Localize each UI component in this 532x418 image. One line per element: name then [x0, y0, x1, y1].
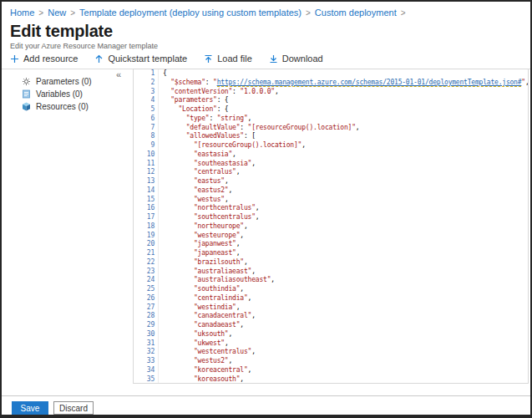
code-text: {: [159, 69, 167, 79]
json-punctuation: ,: [236, 303, 241, 311]
toolbar-button-label: Download: [282, 54, 323, 64]
line-number: 30: [134, 330, 159, 339]
json-string: "centralindia": [194, 294, 248, 302]
code-line: 8 "allowedValues": [: [134, 132, 528, 141]
code-text: "$schema": "https://schema.management.az…: [159, 79, 529, 88]
json-string: "defaultValue": [186, 124, 241, 131]
code-line: 3 "contentVersion": "1.0.0.0",: [134, 88, 528, 97]
code-text: "southindia",: [159, 285, 244, 294]
code-text: "canadacentral",: [159, 312, 256, 321]
breadcrumb-link[interactable]: New: [48, 8, 66, 18]
code-text: "brazilsouth",: [159, 258, 248, 268]
toolbar: Add resourceQuickstart templateLoad file…: [10, 51, 323, 66]
code-line: 7 "defaultValue": "[resourceGroup().loca…: [134, 124, 528, 133]
code-text: "contentVersion": "1.0.0.0",: [159, 88, 279, 97]
json-punctuation: ,: [525, 79, 529, 86]
line-number: 5: [134, 105, 159, 115]
toolbar-button-download[interactable]: Download: [269, 54, 323, 64]
gear-icon: [22, 77, 31, 86]
json-string: "westus2": [194, 357, 229, 364]
line-number: 11: [134, 160, 159, 169]
json-string: "australiasoutheast": [194, 276, 271, 283]
code-line: 22 "brazilsouth",: [134, 258, 528, 268]
line-number: 29: [134, 321, 159, 330]
sidebar-item-resources-0[interactable]: Resources (0): [2, 100, 127, 113]
code-text: "centralindia",: [159, 294, 251, 303]
code-text: "westcentralus",: [159, 348, 256, 357]
code-line: 34 "koreacentral",: [134, 366, 528, 375]
json-punctuation: ,: [301, 141, 306, 149]
code-line: 5 "Location": {: [134, 105, 528, 115]
json-string: "Location": [178, 105, 216, 113]
json-string: "[resourceGroup().location]": [194, 141, 301, 149]
toolbar-button-add-resource[interactable]: Add resource: [10, 54, 78, 64]
sidebar-item-variables-0[interactable]: Variables (0): [2, 88, 127, 100]
line-number: 3: [134, 88, 159, 97]
template-tree-sidebar: Parameters (0)Variables (0)Resources (0): [2, 75, 127, 113]
code-text: "northeurope",: [159, 222, 248, 232]
json-punctuation: ,: [251, 268, 256, 275]
code-line: 12 "centralus",: [134, 168, 528, 177]
json-punctuation: ,: [248, 366, 252, 374]
json-punctuation: ,: [232, 150, 236, 158]
json-punctuation: ,: [236, 249, 241, 257]
code-text: "uksouth",: [159, 330, 232, 339]
code-text: "[resourceGroup().location]",: [159, 141, 306, 150]
json-string: "eastasia": [194, 150, 232, 158]
code-line: 23 "australiaeast",: [134, 268, 528, 277]
json-punctuation: ,: [229, 330, 233, 338]
toolbar-button-load-file[interactable]: Load file: [204, 54, 252, 64]
json-punctuation: ,: [251, 348, 256, 355]
json-punctuation: :: [209, 115, 216, 122]
line-number: 24: [134, 276, 159, 285]
line-number: 27: [134, 303, 159, 313]
code-text: "centralus",: [159, 168, 240, 177]
line-number: 31: [134, 339, 159, 349]
schema-url-link[interactable]: https://schema.management.azure.com/sche…: [217, 79, 522, 87]
line-number: 17: [134, 213, 159, 222]
json-punctuation: : {: [217, 96, 229, 104]
discard-button[interactable]: Discard: [53, 401, 94, 415]
code-line: 14 "eastus2",: [134, 186, 528, 196]
json-string: "eastus2": [194, 186, 229, 194]
template-editor[interactable]: 1{2 "$schema": "https://schema.managemen…: [133, 69, 529, 384]
code-text: "ukwest",: [159, 339, 229, 349]
code-line: 24 "australiasoutheast",: [134, 276, 528, 285]
breadcrumb-link[interactable]: Home: [10, 8, 34, 18]
json-string: "southindia": [194, 285, 240, 293]
json-punctuation: ,: [240, 285, 244, 293]
cube-icon: [22, 102, 31, 111]
line-number: 12: [134, 168, 159, 177]
json-string: "contentVersion": [170, 88, 232, 95]
sidebar-item-label: Parameters (0): [36, 77, 92, 86]
json-string: "japanwest": [194, 240, 236, 247]
json-string: "westindia": [194, 303, 236, 311]
code-text: "westeurope",: [159, 232, 244, 241]
toolbar-button-quickstart-template[interactable]: Quickstart template: [94, 54, 187, 64]
breadcrumb-separator: >: [306, 8, 311, 18]
json-string: "westcentralus": [194, 348, 251, 355]
json-string: "southcentralus": [194, 213, 256, 221]
breadcrumb-link[interactable]: Template deployment (deploy using custom…: [79, 8, 301, 18]
json-string: "westus": [194, 196, 225, 203]
code-text: "japaneast",: [159, 249, 240, 258]
code-text: "australiaeast",: [159, 268, 256, 277]
toolbar-button-label: Add resource: [23, 54, 78, 64]
sidebar-item-parameters-0[interactable]: Parameters (0): [2, 75, 127, 88]
breadcrumb-link[interactable]: Custom deployment: [315, 8, 397, 18]
line-number: 19: [134, 232, 159, 241]
code-text: "allowedValues": [: [159, 132, 256, 141]
json-string: "australiaeast": [194, 268, 251, 275]
code-text: "defaultValue": "[resourceGroup().locati…: [159, 124, 359, 133]
save-button[interactable]: Save: [12, 401, 48, 415]
line-number: 26: [134, 294, 159, 303]
code-text: "japanwest",: [159, 240, 240, 249]
json-string: "northcentralus": [194, 204, 256, 212]
line-number: 25: [134, 285, 159, 294]
json-punctuation: :: [240, 124, 247, 131]
json-punctuation: ,: [256, 213, 260, 221]
download-icon: [269, 54, 278, 64]
code-line: 31 "ukwest",: [134, 339, 528, 349]
json-punctuation: : {: [217, 105, 229, 113]
code-text: "northcentralus",: [159, 204, 259, 213]
